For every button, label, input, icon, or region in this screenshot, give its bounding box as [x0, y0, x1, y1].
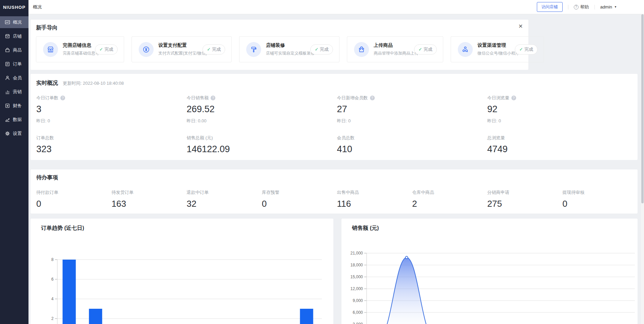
- guide-tile-desc: 微信公众号/微信小程序: [477, 50, 515, 56]
- guide-tile-channel[interactable]: 设置渠道管理 微信公众号/微信小程序 ✓ 完成: [451, 36, 544, 62]
- done-label: 完成: [524, 46, 533, 53]
- stat-value: 27: [337, 104, 487, 115]
- realtime-header: 实时概况 更新时间: 2022-08-10 18:40:08: [36, 80, 638, 87]
- upload-goods-icon: [354, 42, 369, 57]
- question-icon[interactable]: ?: [511, 96, 516, 100]
- header-actions: 访问店铺 ? 帮助 admin ▼: [537, 2, 617, 12]
- orders-bar-chart: 2468: [31, 235, 333, 324]
- sidebar-item-shop[interactable]: 店铺: [0, 30, 28, 42]
- breadcrumb: 概况: [33, 4, 42, 10]
- page-scrollbar: [641, 14, 644, 324]
- todo-pending-shipment[interactable]: 待发货订单 163: [112, 189, 187, 209]
- channel-icon: [458, 42, 473, 57]
- stat-label: 今日新增会员数: [337, 95, 368, 101]
- member-icon: [4, 75, 10, 81]
- marketing-icon: [4, 89, 10, 95]
- sidebar-item-finance[interactable]: 财务: [0, 100, 28, 112]
- stat-total-members: 会员总数 410: [337, 135, 487, 155]
- stat-yesterday: 昨日: 0: [36, 118, 187, 124]
- todo-value: 116: [337, 199, 412, 209]
- sidebar-item-label: 设置: [13, 130, 22, 137]
- sidebar-item-label: 营销: [13, 89, 22, 95]
- question-icon[interactable]: ?: [211, 96, 215, 100]
- update-time: 更新时间: 2022-08-10 18:40:08: [63, 80, 124, 86]
- todo-label: 仓库中商品: [412, 189, 487, 196]
- stat-label: 今日销售额: [187, 95, 209, 101]
- close-icon[interactable]: ✕: [519, 23, 523, 29]
- sidebar-item-label: 订单: [13, 61, 22, 67]
- visit-shop-button[interactable]: 访问店铺: [537, 2, 563, 12]
- overview-icon: [4, 19, 10, 25]
- guide-tile-store-info[interactable]: 完善店铺信息 完善店铺基础信息等 ✓ 完成: [36, 36, 124, 62]
- guide-tile-text: 设置渠道管理 微信公众号/微信小程序: [477, 42, 515, 56]
- todo-value: 275: [487, 199, 563, 209]
- stat-total-sales: 销售总额 (元) 146122.09: [187, 135, 337, 155]
- sidebar-item-marketing[interactable]: 营销: [0, 86, 28, 98]
- sidebar-item-settings[interactable]: 设置: [0, 127, 28, 139]
- sidebar-item-data[interactable]: 数据: [0, 114, 28, 125]
- todo-grid: 待付款订单 0 待发货订单 163 退款中订单 32 库存预警 0 出售中商品 …: [36, 189, 638, 209]
- stat-label: 订单总数: [36, 135, 54, 141]
- scrollbar-thumb[interactable]: [641, 14, 644, 203]
- svg-text:3,000: 3,000: [353, 322, 363, 324]
- stat-value: 4749: [487, 144, 638, 155]
- todo-refunding-orders[interactable]: 退款中订单 32: [187, 189, 262, 209]
- sidebar-item-orders[interactable]: 订单: [0, 58, 28, 70]
- svg-text:4: 4: [51, 297, 54, 301]
- svg-text:8: 8: [51, 257, 54, 262]
- done-badge: ✓ 完成: [95, 44, 118, 55]
- done-badge: ✓ 完成: [310, 44, 333, 55]
- stat-value: 269.52: [187, 104, 337, 115]
- check-icon: ✓: [519, 47, 523, 52]
- todo-pending-payment[interactable]: 待付款订单 0: [36, 189, 112, 209]
- help-link[interactable]: ? 帮助: [574, 4, 589, 10]
- guide-tile-decoration[interactable]: 店铺装修 店铺可实现自定义模板装修 ✓ 完成: [239, 36, 339, 62]
- todo-stock-warning[interactable]: 库存预警 0: [262, 189, 337, 209]
- header-divider: [568, 5, 568, 9]
- sidebar-item-label: 概况: [13, 19, 22, 25]
- todo-label: 提现待审核: [562, 189, 638, 196]
- stat-label: 会员总数: [337, 135, 355, 141]
- stat-label: 今日订单数: [36, 95, 58, 101]
- guide-tile-desc: 店铺可实现自定义模板装修: [266, 50, 310, 56]
- svg-text:6,000: 6,000: [353, 310, 363, 315]
- check-icon: ✓: [207, 47, 211, 52]
- sidebar-item-label: 会员: [13, 75, 22, 81]
- svg-text:2: 2: [51, 316, 54, 321]
- sidebar-item-members[interactable]: 会员: [0, 72, 28, 84]
- todo-value: 32: [187, 199, 262, 209]
- stat-label: 销售总额 (元): [187, 135, 213, 141]
- todo-value: 0: [262, 199, 337, 209]
- svg-text:6: 6: [51, 277, 54, 282]
- sidebar-item-goods[interactable]: 商品: [0, 44, 28, 56]
- guide-tile-payment[interactable]: 设置支付配置 支付方式配置(支付宝/微信) ✓ 完成: [132, 36, 232, 62]
- svg-text:15,000: 15,000: [350, 275, 363, 279]
- sidebar-item-overview[interactable]: 概况: [0, 16, 28, 28]
- todo-label: 分销商申请: [487, 189, 563, 196]
- question-icon[interactable]: ?: [60, 96, 65, 100]
- sales-amount-card: 销售额 (元) 21,00018,00015,00012,0009,0006,0…: [341, 219, 638, 324]
- today-stats-row: 今日订单数? 3 昨日: 0 今日销售额? 269.52 昨日: 0.00 今日…: [36, 95, 638, 124]
- settings-icon: [4, 130, 10, 136]
- todo-warehouse-goods[interactable]: 仓库中商品 2: [412, 189, 487, 209]
- check-icon: ✓: [99, 47, 103, 52]
- user-menu[interactable]: admin ▼: [600, 4, 617, 9]
- todo-title: 待办事项: [36, 174, 638, 181]
- todo-label: 待付款订单: [36, 189, 112, 196]
- question-icon[interactable]: ?: [370, 96, 375, 100]
- sidebar-item-label: 商品: [13, 47, 22, 53]
- guide-tiles: 完善店铺信息 完善店铺基础信息等 ✓ 完成 设置支付配置 支付方式配置(支付宝/…: [36, 36, 523, 62]
- guide-tile-upload-goods[interactable]: 上传商品 商品管理中添加商品上传 ✓ 完成: [347, 36, 443, 62]
- total-stats-row: 订单总数 323 销售总额 (元) 146122.09 会员总数 410 总浏览…: [36, 135, 638, 155]
- orders-chart-title: 订单趋势 (近七日): [31, 225, 333, 232]
- todo-value: 0: [36, 199, 112, 209]
- sidebar-item-label: 数据: [13, 117, 22, 123]
- guide-tile-title: 设置支付配置: [158, 42, 202, 48]
- todo-on-sale-goods[interactable]: 出售中商品 116: [337, 189, 412, 209]
- todo-distributor-applications[interactable]: 分销商申请 275: [487, 189, 563, 209]
- stat-total-orders: 订单总数 323: [36, 135, 187, 155]
- user-name: admin: [600, 4, 612, 9]
- sales-area-chart: 21,00018,00015,00012,0009,0006,0003,000: [341, 235, 638, 324]
- stat-yesterday: 昨日: 0.00: [187, 118, 337, 124]
- todo-withdrawal-review[interactable]: 提现待审核 0: [562, 189, 638, 209]
